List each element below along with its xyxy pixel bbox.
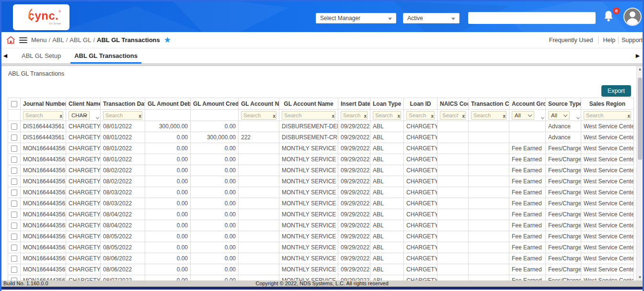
help-link[interactable]: Help xyxy=(603,37,616,44)
column-header-gl_account_name[interactable]: GL Account Name xyxy=(279,98,338,110)
column-header-naics_code[interactable]: NAICS Code xyxy=(437,98,469,110)
cell-naics_code xyxy=(437,132,469,143)
clear-filter-icon[interactable]: x xyxy=(364,113,367,119)
column-header-insert_date[interactable]: Insert Date xyxy=(338,98,370,110)
menu-label[interactable]: Menu xyxy=(31,36,47,44)
home-icon[interactable] xyxy=(6,36,15,44)
filter-options-icon[interactable] xyxy=(541,113,544,120)
clear-filter-icon[interactable]: x xyxy=(627,113,630,119)
frequently-used-link[interactable]: Frequently Used xyxy=(549,37,593,44)
column-header-gl_account_no[interactable]: GL Account No xyxy=(239,98,279,110)
clear-filter-icon[interactable]: x xyxy=(462,113,465,119)
cell-loan_id: CHARGETYPE1 xyxy=(404,220,437,231)
column-header-account_group[interactable]: Account Group xyxy=(509,98,546,110)
clear-filter-icon[interactable]: x xyxy=(332,113,334,119)
column-header-sales_region[interactable]: Sales Region xyxy=(581,98,634,110)
cell-naics_code xyxy=(437,253,469,264)
user-avatar[interactable] xyxy=(623,8,642,26)
cell-naics_code xyxy=(437,165,469,176)
cell-gl_account_no xyxy=(239,220,279,231)
column-header-source_type[interactable]: Source Type xyxy=(546,98,581,110)
cell-account_group: Fee Earned xyxy=(509,264,546,275)
clear-filter-icon[interactable]: x xyxy=(431,113,434,119)
export-button[interactable]: Export xyxy=(601,85,631,97)
column-header-client_name[interactable]: Client Name xyxy=(66,98,101,110)
tab-abl-gl-setup[interactable]: ABL GL Setup xyxy=(15,48,68,63)
cell-naics_code xyxy=(437,275,469,281)
scroll-down-icon[interactable]: ▼ xyxy=(637,274,643,280)
filter-loan_id-input[interactable] xyxy=(406,111,435,120)
clear-filter-icon[interactable]: x xyxy=(273,113,276,119)
filter-transaction_code-input[interactable] xyxy=(471,111,506,120)
column-header-loan_type[interactable]: Loan Type xyxy=(370,98,404,110)
row-checkbox[interactable] xyxy=(11,134,17,141)
column-header-loan_id[interactable]: Loan ID xyxy=(404,98,437,110)
row-checkbox[interactable] xyxy=(11,190,17,196)
filter-options-icon[interactable] xyxy=(96,113,99,120)
row-checkbox[interactable] xyxy=(11,146,17,152)
row-checkbox[interactable] xyxy=(11,245,17,251)
clear-filter-icon[interactable]: x xyxy=(138,113,141,119)
filter-gl_account_name-input[interactable] xyxy=(282,111,335,120)
filter-options-icon[interactable] xyxy=(577,113,579,120)
filter-account_group-select[interactable]: All xyxy=(512,111,534,120)
row-checkbox[interactable] xyxy=(11,168,17,174)
cell-transaction_date: 08/02/2022 xyxy=(101,176,145,187)
scrollbar-thumb[interactable] xyxy=(638,78,642,160)
support-link[interactable]: Support xyxy=(621,37,643,44)
row-checkbox[interactable] xyxy=(11,157,17,163)
row-checkbox[interactable] xyxy=(11,179,17,185)
vertical-scrollbar[interactable]: ▲ ▼ xyxy=(636,66,643,280)
select-all-checkbox[interactable] xyxy=(11,101,17,107)
column-header-gl_amount_credit[interactable]: GL Amount Credit xyxy=(191,98,239,110)
clear-filter-icon[interactable]: x xyxy=(503,113,506,119)
cell-loan_type: ABL xyxy=(370,187,404,198)
select-manager-dropdown[interactable]: Select Manager xyxy=(316,13,396,23)
filter-client_name-select[interactable]: CHAR xyxy=(69,111,90,120)
favorite-star-icon[interactable]: ★ xyxy=(164,36,171,44)
select-manager-value: Select Manager xyxy=(320,15,360,22)
breadcrumb-item[interactable]: ABL GL xyxy=(69,36,91,44)
cell-loan_type: ABL xyxy=(370,242,404,253)
filter-source_type-select[interactable]: All xyxy=(548,111,570,120)
cell-journal_number: MON1664443562 xyxy=(21,242,66,253)
cell-loan_id: CHARGETYPE1 xyxy=(404,132,437,143)
clear-filter-icon[interactable]: x xyxy=(59,113,62,119)
row-checkbox[interactable] xyxy=(11,234,17,240)
column-header-transaction_date[interactable]: Transaction Date xyxy=(101,98,145,110)
menu-icon[interactable] xyxy=(19,37,27,43)
breadcrumb-item[interactable]: ABL xyxy=(52,36,64,44)
filter-gl_account_no-input[interactable] xyxy=(241,111,276,120)
cell-loan_id: CHARGETYPE1 xyxy=(404,165,437,176)
column-header-transaction_code[interactable]: Transaction Code xyxy=(469,98,509,110)
row-checkbox[interactable] xyxy=(11,201,17,207)
breadcrumb-item[interactable]: ABL GL Transactions xyxy=(97,36,160,44)
cell-gl_amount_credit: 0.00 xyxy=(191,154,239,165)
row-checkbox[interactable] xyxy=(11,267,17,273)
cell-transaction_code xyxy=(469,242,509,253)
tab-abl-gl-transactions[interactable]: ABL GL Transactions xyxy=(68,48,144,63)
filter-loan_type-input[interactable] xyxy=(373,111,401,120)
cync-logo[interactable]: cync.® It's Smart xyxy=(13,4,69,30)
filter-transaction_date-input[interactable] xyxy=(103,111,142,120)
cell-gl_account_name: MONTHLY SERVICE FEE-D xyxy=(279,187,338,198)
scroll-up-icon[interactable]: ▲ xyxy=(637,66,643,72)
row-checkbox[interactable] xyxy=(11,223,17,229)
clear-filter-icon[interactable]: x xyxy=(397,113,400,119)
cell-account_group: Fee Earned xyxy=(509,209,546,220)
row-checkbox[interactable] xyxy=(11,123,17,130)
filter-journal_number-input[interactable] xyxy=(23,111,63,120)
tab-scroll-left-icon[interactable]: ◀ xyxy=(1,48,9,63)
status-dropdown[interactable]: Active xyxy=(403,13,460,23)
column-header-journal_number[interactable]: Journal Number xyxy=(21,98,66,110)
cell-gl_account_no xyxy=(239,264,279,275)
filter-sales_region-input[interactable] xyxy=(584,111,631,120)
global-search-input[interactable] xyxy=(468,12,596,24)
tab-scroll-right-icon[interactable]: ▶ xyxy=(634,48,642,63)
row-checkbox[interactable] xyxy=(11,212,17,218)
notifications-button[interactable]: 0 xyxy=(603,10,617,24)
copyright-text: Copyright © 2022, NDS Systems, L.C. All … xyxy=(1,280,643,287)
column-header-gl_amount_debit[interactable]: GL Amount Debit xyxy=(145,98,191,110)
row-checkbox[interactable] xyxy=(11,256,17,262)
cell-gl_amount_credit: 300,000.00 xyxy=(191,132,239,143)
